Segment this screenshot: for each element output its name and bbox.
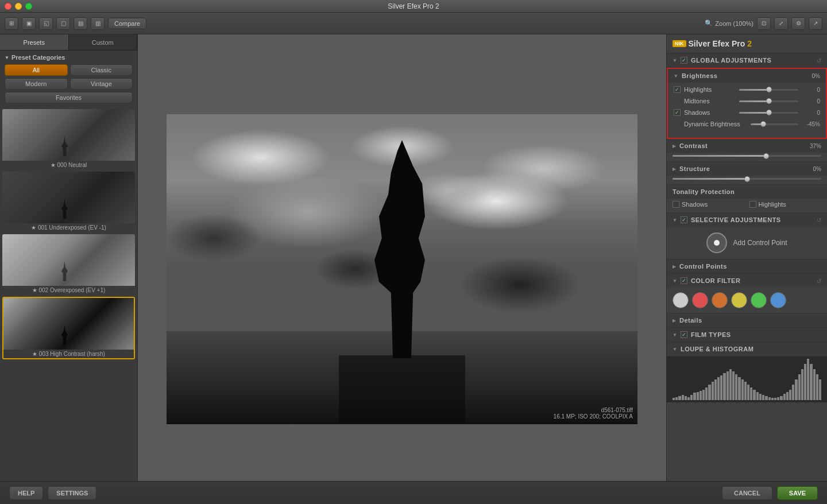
- export-icon[interactable]: ↗: [809, 17, 822, 30]
- section-brightness: Brightness 0% Highlights 0 Midton: [667, 68, 827, 139]
- pedestal: [339, 355, 465, 424]
- category-modern[interactable]: Modern: [5, 78, 68, 90]
- minimize-button[interactable]: [15, 3, 22, 10]
- brightness-title: Brightness: [682, 72, 799, 79]
- category-favorites[interactable]: Favorites: [5, 92, 133, 103]
- collapse-arrow[interactable]: ▼: [5, 55, 9, 60]
- swatch-red[interactable]: [692, 292, 708, 308]
- db-thumb[interactable]: [760, 121, 766, 127]
- control-point-icon[interactable]: [706, 232, 727, 253]
- color-filter-reset[interactable]: ↺: [817, 278, 821, 284]
- view-single[interactable]: ▢: [56, 17, 70, 30]
- swatch-orange[interactable]: [712, 292, 728, 308]
- cancel-button[interactable]: CANCEL: [722, 486, 772, 500]
- category-all[interactable]: All: [5, 64, 68, 76]
- view-icon-2[interactable]: ▣: [22, 17, 36, 30]
- right-panel: NIK Silver Efex Pro 2 GLOBAL ADJUSTMENTS…: [666, 34, 827, 504]
- view-icon-3[interactable]: ◱: [39, 17, 53, 30]
- section-contrast: Contrast 37%: [667, 139, 827, 162]
- selective-adj-title: SELECTIVE ADJUSTMENTS: [691, 216, 814, 223]
- film-types-checkbox[interactable]: [681, 331, 687, 338]
- highlights-checkbox[interactable]: [674, 86, 681, 93]
- preset-label-neutral: ★ 000 Neutral: [2, 161, 135, 169]
- view-split-v[interactable]: ▥: [91, 17, 105, 30]
- close-button[interactable]: [5, 3, 11, 10]
- selective-adj-arrow: [673, 218, 677, 223]
- swatch-neutral[interactable]: [673, 292, 689, 308]
- preset-item-highcontrast[interactable]: ★ 003 High Contrast (harsh): [2, 297, 135, 359]
- tonality-highlights-checkbox[interactable]: [749, 201, 756, 208]
- structure-title: Structure: [679, 165, 801, 172]
- compare-button[interactable]: Compare: [108, 18, 146, 29]
- section-film-types[interactable]: FILM TYPES: [667, 328, 827, 342]
- histogram-bar: [678, 396, 681, 400]
- histogram-bar: [729, 369, 732, 400]
- category-vintage[interactable]: Vintage: [70, 78, 133, 90]
- structure-track[interactable]: [673, 178, 821, 180]
- histogram-bar: [747, 385, 749, 400]
- selective-adj-header[interactable]: SELECTIVE ADJUSTMENTS ↺: [667, 213, 827, 227]
- shadows-checkbox[interactable]: [674, 109, 681, 116]
- histogram-bar: [792, 385, 794, 400]
- contrast-header[interactable]: Contrast 37%: [667, 139, 827, 153]
- view-icon-1[interactable]: ⊞: [5, 17, 18, 30]
- global-adjustments-header[interactable]: GLOBAL ADJUSTMENTS ↺: [667, 53, 827, 67]
- section-loupe-histogram[interactable]: LOUPE & HISTOGRAM: [667, 342, 827, 356]
- highlights-thumb[interactable]: [766, 87, 772, 92]
- structure-fill: [673, 178, 747, 180]
- global-adj-checkbox[interactable]: [681, 57, 687, 64]
- histogram-bar: [765, 396, 767, 400]
- maximize-button[interactable]: [25, 3, 32, 10]
- preset-item-overexposed[interactable]: ★ 002 Overexposed (EV +1): [2, 234, 135, 294]
- midtones-thumb[interactable]: [766, 98, 772, 104]
- selective-adj-reset[interactable]: ↺: [817, 217, 821, 223]
- tab-custom[interactable]: Custom: [69, 34, 138, 50]
- selective-adj-checkbox[interactable]: [681, 216, 687, 223]
- swatch-blue[interactable]: [770, 292, 786, 308]
- help-button[interactable]: HELP: [9, 486, 43, 500]
- tab-presets[interactable]: Presets: [0, 34, 69, 50]
- color-filter-header[interactable]: COLOR FILTER ↺: [667, 274, 827, 288]
- shadows-thumb[interactable]: [766, 110, 772, 115]
- dynamic-brightness-track[interactable]: [751, 123, 798, 125]
- preset-item-underexposed[interactable]: ★ 001 Underexposed (EV -1): [2, 172, 135, 232]
- global-adj-reset[interactable]: ↺: [817, 57, 821, 64]
- structure-content: [667, 176, 827, 184]
- tonality-shadows-checkbox[interactable]: [673, 201, 679, 208]
- histogram-bar: [750, 387, 752, 400]
- histogram-bar: [687, 397, 690, 400]
- swatch-green[interactable]: [751, 292, 767, 308]
- main-layout: Presets Custom ▼ Preset Categories All C…: [0, 34, 827, 504]
- shadows-track[interactable]: [739, 112, 798, 114]
- fullscreen-icon[interactable]: ⤢: [774, 17, 788, 30]
- structure-thumb[interactable]: [744, 176, 750, 182]
- highlights-track[interactable]: [739, 89, 798, 91]
- midtones-fill: [739, 100, 769, 102]
- contrast-track[interactable]: [673, 155, 821, 157]
- contrast-value: 37%: [803, 143, 821, 149]
- section-details[interactable]: Details: [667, 313, 827, 328]
- highlights-fill: [739, 89, 769, 91]
- view-split-h[interactable]: ▤: [74, 17, 87, 30]
- zoom-fit-icon[interactable]: ⊡: [757, 17, 771, 30]
- contrast-thumb[interactable]: [763, 153, 769, 159]
- statue-silhouette: [61, 325, 69, 345]
- preset-item-neutral[interactable]: ★ 000 Neutral: [2, 109, 135, 169]
- swatch-yellow[interactable]: [731, 292, 747, 308]
- midtones-track[interactable]: [739, 100, 798, 102]
- category-classic[interactable]: Classic: [70, 64, 133, 76]
- shadows-row: Shadows 0: [674, 109, 820, 116]
- color-filter-content: [667, 288, 827, 313]
- dynamic-brightness-row: Dynamic Brightness -45%: [674, 121, 820, 127]
- save-button[interactable]: SAVE: [777, 486, 818, 500]
- zoom-label: Zoom (100%): [715, 20, 753, 27]
- details-arrow: [673, 318, 676, 323]
- settings-button[interactable]: SETTINGS: [48, 486, 96, 500]
- add-control-point-label[interactable]: Add Control Point: [733, 239, 787, 247]
- color-filter-checkbox[interactable]: [681, 277, 687, 284]
- section-control-points[interactable]: Control Points: [667, 259, 827, 274]
- preset-categories: ▼ Preset Categories All Classic Modern V…: [0, 51, 137, 107]
- structure-header[interactable]: Structure 0%: [667, 162, 827, 176]
- settings-icon[interactable]: ⚙: [791, 17, 805, 30]
- brightness-header[interactable]: Brightness 0%: [668, 69, 826, 83]
